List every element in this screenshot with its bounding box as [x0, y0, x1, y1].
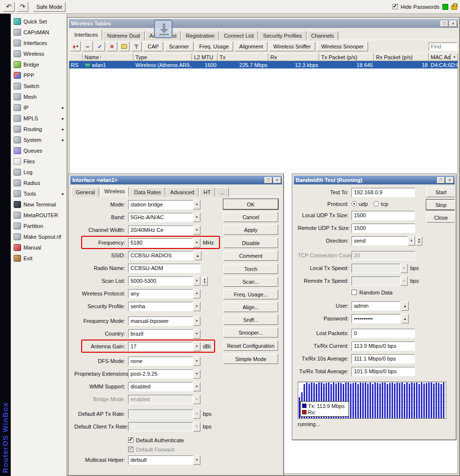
alignment-button[interactable]: Alignment [235, 42, 267, 51]
direction-dropdown-button[interactable]: ▾ [408, 236, 415, 246]
sidebar-item-interfaces[interactable]: Interfaces [11, 38, 66, 48]
frequency-mode-select[interactable]: manual-txpower [128, 317, 193, 326]
security-profile-select[interactable]: senha [128, 302, 193, 311]
frequency-select[interactable]: 5180 [128, 238, 193, 248]
sidebar-item-mpls[interactable]: MPLS▸ [11, 113, 66, 124]
maximize-button[interactable]: □ [264, 177, 272, 183]
tab-security-profiles[interactable]: Security Profiles [259, 31, 306, 40]
frequency-dropdown-button[interactable]: ▾ [193, 238, 200, 248]
comment-button[interactable] [119, 42, 130, 51]
multicast-helper-select[interactable]: default [128, 455, 193, 465]
maximize-button[interactable]: □ [437, 177, 445, 183]
enable-button[interactable]: ✓ [94, 42, 105, 51]
safe-mode-button[interactable]: Safe Mode [33, 2, 66, 12]
tab-interfaces[interactable]: Interfaces [70, 30, 102, 40]
sidebar-item-quick-set[interactable]: Quick Set [11, 16, 66, 27]
interface-dialog-titlebar[interactable]: Interface <wlan1> □ × [70, 176, 282, 184]
security-profile-dropdown-button[interactable]: ▾ [193, 302, 200, 311]
column-rx-packet[interactable]: Rx Packet (p/s) [374, 53, 429, 61]
freq-usage-button[interactable]: Freq. Usage [195, 42, 234, 51]
comment-button[interactable]: Comment [223, 250, 278, 261]
random-data-checkbox[interactable] [351, 290, 357, 295]
tab-data-rates[interactable]: Data Rates [130, 187, 165, 197]
tab-ht[interactable]: HT [199, 187, 215, 197]
direction-select[interactable]: send [351, 236, 408, 246]
remote-udp-tx-size-input[interactable]: 1500 [351, 224, 415, 233]
sidebar-item-radius[interactable]: Radius [11, 178, 66, 188]
column-flags[interactable] [69, 53, 83, 61]
column-selector-button[interactable]: ▾ [451, 53, 458, 61]
tab-advanced[interactable]: Advanced [166, 187, 198, 197]
ok-button[interactable]: OK [223, 199, 278, 209]
cap-button[interactable]: CAP [143, 42, 163, 51]
sidebar-item-capsman[interactable]: CAPsMAN [11, 27, 66, 38]
sidebar-item-mesh[interactable]: Mesh [11, 91, 66, 102]
maximize-button[interactable]: □ [440, 21, 448, 27]
column-l2mtu[interactable]: L2 MTU [192, 53, 218, 61]
close-button[interactable]: × [449, 21, 457, 27]
sidebar-item-make-supout[interactable]: Make Supout.rif [11, 231, 66, 242]
sidebar-item-ppp[interactable]: PPP [11, 70, 66, 81]
tab-connect-list[interactable]: Connect List [219, 31, 258, 40]
column-rx[interactable]: Rx [268, 53, 319, 61]
proprietary-extensions-dropdown-button[interactable]: ▾ [193, 369, 200, 379]
sidebar-item-log[interactable]: Log [11, 167, 66, 178]
mode-dropdown-button[interactable]: ▾ [193, 200, 200, 209]
sidebar-item-manual[interactable]: Manual [11, 242, 66, 253]
sidebar-item-ip[interactable]: IP▸ [11, 102, 66, 113]
bandwidth-test-titlebar[interactable]: Bandwidth Test (Running) □ × [294, 176, 455, 184]
wireless-snooper-button[interactable]: Wireless Snooper [317, 42, 368, 51]
align-button[interactable]: Align... [223, 302, 278, 312]
ssid-collapse-button[interactable]: ▲ [194, 251, 201, 260]
filter-button[interactable] [131, 42, 142, 51]
dfs-mode-select[interactable]: none [128, 357, 193, 366]
scan-list-dropdown-button[interactable]: ▾ [193, 276, 200, 286]
default-authenticate-checkbox[interactable] [128, 437, 133, 443]
column-mac[interactable]: MAC Ad [429, 53, 451, 61]
mode-select[interactable]: station bridge [128, 200, 193, 209]
sidebar-item-exit[interactable]: Exit [11, 253, 66, 264]
tab-nstreme-dual[interactable]: Nstreme Dual [103, 31, 144, 40]
tab-general[interactable]: General [71, 187, 99, 197]
user-collapse-button[interactable]: ▲ [401, 301, 409, 311]
tab-channels[interactable]: Channels [307, 31, 338, 40]
country-dropdown-button[interactable]: ▾ [193, 329, 200, 339]
local-udp-tx-size-input[interactable]: 1500 [351, 211, 415, 220]
add-button[interactable]: +▾ [70, 42, 81, 51]
channel-width-select[interactable]: 20/40MHz Ce [128, 226, 193, 235]
hide-passwords-checkbox[interactable] [393, 4, 398, 9]
frequency-mode-dropdown-button[interactable]: ▾ [193, 317, 200, 326]
start-button[interactable]: Start [426, 187, 455, 197]
sidebar-item-routing[interactable]: Routing▸ [11, 124, 66, 135]
apply-button[interactable]: Apply [223, 225, 278, 235]
find-input[interactable] [429, 43, 457, 51]
wireless-protocol-select[interactable]: any [128, 289, 193, 298]
password-input[interactable]: •••••••••• [351, 314, 400, 323]
scanner-button[interactable]: Scanner [165, 42, 194, 51]
column-name[interactable]: Name/ [83, 53, 133, 61]
test-to-input[interactable]: 192.168.0.9 [351, 188, 415, 197]
sidebar-item-switch[interactable]: Switch [11, 81, 66, 91]
user-input[interactable]: admin [351, 301, 400, 311]
cancel-button[interactable]: Cancel [223, 212, 278, 222]
disable-button[interactable]: ✕ [107, 42, 117, 51]
sniff-button[interactable]: Sniff... [223, 315, 278, 325]
redo-button[interactable]: ↷ [17, 2, 28, 12]
column-type[interactable]: Type [133, 53, 192, 61]
close-button[interactable]: Close [426, 212, 455, 223]
band-dropdown-button[interactable]: ▾ [193, 213, 200, 222]
column-tx-packet[interactable]: Tx Packet (p/s) [319, 53, 374, 61]
scan-list-select[interactable]: 5000-5300 [128, 276, 193, 286]
band-select[interactable]: 5GHz-A/N/AC [128, 213, 193, 222]
sidebar-item-files[interactable]: Files [11, 156, 66, 167]
sidebar-item-partition[interactable]: Partition [11, 221, 66, 231]
channel-width-dropdown-button[interactable]: ▾ [193, 226, 200, 235]
simple-mode-button[interactable]: Simple Mode [223, 354, 278, 364]
close-button[interactable]: × [446, 177, 454, 183]
reset-configuration-button[interactable]: Reset Configuration [223, 340, 278, 351]
sidebar-item-tools[interactable]: Tools▸ [11, 188, 66, 199]
disable-button[interactable]: Disable [223, 238, 278, 248]
protocol-tcp-radio[interactable] [373, 201, 379, 206]
tab-more[interactable]: ... [216, 187, 229, 197]
sidebar-item-new-terminal[interactable]: New Terminal [11, 199, 66, 210]
